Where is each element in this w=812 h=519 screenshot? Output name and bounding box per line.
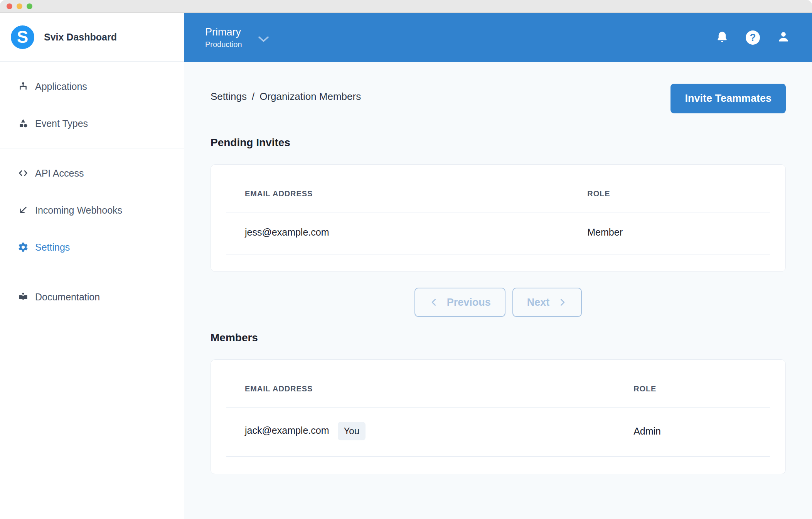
invite-role: Member bbox=[569, 212, 770, 254]
members-card: EMAIL ADDRESS ROLE jack@example.comYou A… bbox=[211, 359, 786, 474]
environment-name: Primary bbox=[205, 26, 242, 38]
pending-invites-heading: Pending Invites bbox=[211, 136, 786, 149]
topbar: Primary Production bbox=[184, 13, 812, 62]
column-header-email: EMAIL ADDRESS bbox=[226, 165, 569, 212]
table-row: jess@example.com Member bbox=[226, 212, 770, 254]
window-title-bar bbox=[0, 0, 812, 13]
sidebar-item-label: Incoming Webhooks bbox=[35, 205, 122, 216]
breadcrumb: Settings / Organization Members bbox=[211, 91, 361, 103]
app-title: Svix Dashboard bbox=[44, 32, 117, 43]
sidebar: S Svix Dashboard Applications bbox=[0, 13, 184, 519]
you-badge: You bbox=[338, 422, 366, 440]
incoming-webhooks-icon bbox=[17, 204, 29, 216]
bell-icon bbox=[715, 30, 729, 45]
event-types-icon bbox=[17, 118, 29, 129]
page-content: Settings / Organization Members Invite T… bbox=[184, 62, 812, 519]
column-header-role: ROLE bbox=[569, 165, 770, 212]
next-label: Next bbox=[527, 297, 550, 308]
sidebar-header: S Svix Dashboard bbox=[0, 13, 184, 62]
pending-invites-card: EMAIL ADDRESS ROLE jess@example.com Memb… bbox=[211, 164, 786, 272]
app-window: S Svix Dashboard Applications bbox=[0, 0, 812, 519]
sidebar-item-label: Documentation bbox=[35, 292, 100, 303]
breadcrumb-separator: / bbox=[252, 91, 254, 103]
documentation-icon bbox=[17, 291, 29, 303]
chevron-down-icon bbox=[258, 36, 269, 44]
breadcrumb-settings[interactable]: Settings bbox=[211, 91, 247, 103]
member-email: jack@example.com bbox=[245, 425, 329, 436]
members-table: EMAIL ADDRESS ROLE jack@example.comYou A… bbox=[226, 360, 770, 457]
table-row: jack@example.comYou Admin bbox=[226, 407, 770, 457]
sidebar-item-label: API Access bbox=[35, 168, 84, 179]
chevron-left-icon bbox=[429, 297, 439, 307]
nav-group-developer: API Access Incoming Webhooks bbox=[0, 148, 184, 272]
maximize-window-button[interactable] bbox=[27, 3, 32, 9]
environment-mode: Production bbox=[205, 40, 242, 49]
sidebar-item-label: Applications bbox=[35, 81, 87, 92]
help-icon: ? bbox=[746, 30, 760, 45]
chevron-right-icon bbox=[557, 297, 567, 307]
next-page-button[interactable]: Next bbox=[512, 288, 582, 317]
invite-email: jess@example.com bbox=[226, 212, 569, 254]
sidebar-item-api-access[interactable]: API Access bbox=[0, 161, 184, 185]
sidebar-item-label: Event Types bbox=[35, 118, 88, 129]
pagination: Previous Next bbox=[211, 288, 786, 317]
sidebar-item-incoming-webhooks[interactable]: Incoming Webhooks bbox=[0, 198, 184, 222]
settings-gear-icon bbox=[17, 241, 29, 253]
sidebar-nav: Applications Event Types bbox=[0, 62, 184, 322]
pending-invites-table: EMAIL ADDRESS ROLE jess@example.com Memb… bbox=[226, 165, 770, 254]
close-window-button[interactable] bbox=[7, 3, 12, 9]
environment-switcher[interactable]: Primary Production bbox=[205, 26, 269, 49]
page-title: Organization Members bbox=[259, 91, 361, 103]
sidebar-item-documentation[interactable]: Documentation bbox=[0, 285, 184, 309]
member-role: Admin bbox=[615, 407, 770, 457]
account-button[interactable] bbox=[777, 30, 790, 45]
nav-group-workspace: Applications Event Types bbox=[0, 62, 184, 148]
minimize-window-button[interactable] bbox=[17, 3, 22, 9]
notifications-button[interactable] bbox=[715, 30, 729, 45]
previous-label: Previous bbox=[447, 297, 491, 308]
invite-teammates-button[interactable]: Invite Teammates bbox=[670, 84, 786, 113]
column-header-role: ROLE bbox=[615, 360, 770, 407]
sidebar-item-applications[interactable]: Applications bbox=[0, 74, 184, 99]
previous-page-button[interactable]: Previous bbox=[414, 288, 505, 317]
user-icon bbox=[777, 30, 790, 45]
sidebar-item-event-types[interactable]: Event Types bbox=[0, 111, 184, 136]
api-access-icon bbox=[17, 167, 29, 179]
help-button[interactable]: ? bbox=[746, 30, 760, 45]
applications-icon bbox=[17, 81, 29, 92]
sidebar-item-settings[interactable]: Settings bbox=[0, 235, 184, 260]
svix-logo-icon: S bbox=[11, 25, 34, 49]
sidebar-item-label: Settings bbox=[35, 242, 70, 253]
nav-group-resources: Documentation bbox=[0, 272, 184, 322]
members-heading: Members bbox=[211, 332, 786, 344]
column-header-email: EMAIL ADDRESS bbox=[226, 360, 615, 407]
